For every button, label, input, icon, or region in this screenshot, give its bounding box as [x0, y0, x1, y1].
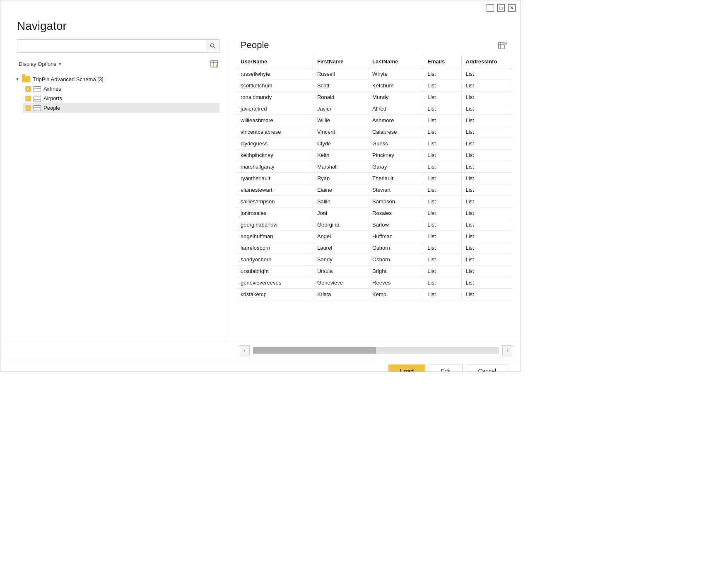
table-row[interactable]: laurelosbornLaurelOsbornListList — [236, 242, 512, 254]
table-row[interactable]: angelhuffmanAngelHuffmanListList — [236, 231, 512, 242]
table-row[interactable]: marshallgarayMarshallGarayListList — [236, 161, 512, 173]
scroll-left-button[interactable]: ‹ — [240, 345, 250, 355]
table-view-icon-button[interactable]: ↻ — [209, 58, 219, 69]
cell-lastname-4: Ashmore — [368, 115, 423, 126]
cell-lastname-10: Stewart — [368, 184, 423, 196]
table-row[interactable]: salliesampsonSallieSampsonListList — [236, 196, 512, 207]
cell-addressinfo-3: List — [461, 103, 512, 115]
cell-lastname-14: Huffman — [368, 231, 423, 242]
folder-icon — [22, 76, 30, 82]
cell-firstname-12: Joni — [313, 207, 368, 219]
cell-username-6: clydeguess — [236, 138, 313, 150]
minimize-button[interactable]: ─ — [487, 4, 494, 12]
cell-firstname-11: Sallie — [313, 196, 368, 207]
cell-username-15: laurelosborn — [236, 242, 313, 254]
cell-addressinfo-0: List — [461, 68, 512, 80]
table-row[interactable]: scottketchumScottKetchumListList — [236, 80, 512, 92]
col-header-emails: Emails — [423, 55, 461, 68]
cell-firstname-1: Scott — [313, 80, 368, 92]
cell-addressinfo-15: List — [461, 242, 512, 254]
close-button[interactable]: ✕ — [508, 4, 516, 12]
maximize-button[interactable]: □ — [497, 4, 505, 12]
cell-lastname-9: Theriault — [368, 173, 423, 184]
svg-point-0 — [210, 44, 214, 47]
table-row[interactable]: ursulabrightUrsulaBrightListList — [236, 265, 512, 277]
cell-lastname-8: Garay — [368, 161, 423, 173]
cell-addressinfo-6: List — [461, 138, 512, 150]
cell-emails-9: List — [423, 173, 461, 184]
cell-addressinfo-17: List — [461, 265, 512, 277]
table-header-row: UserName FirstName LastName Emails Addre… — [236, 55, 512, 68]
col-header-username: UserName — [236, 55, 313, 68]
table-row[interactable]: georginabarlowGeorginaBarlowListList — [236, 219, 512, 231]
search-input[interactable] — [17, 40, 206, 52]
table-row[interactable]: keithpinckneyKeithPinckneyListList — [236, 150, 512, 161]
tree-item-people[interactable]: ✓ People — [23, 103, 219, 113]
cell-addressinfo-16: List — [461, 254, 512, 265]
svg-line-1 — [214, 47, 215, 48]
cell-firstname-3: Javier — [313, 103, 368, 115]
cell-addressinfo-1: List — [461, 80, 512, 92]
table-row[interactable]: genevievereevesGenevieveReevesListList — [236, 277, 512, 289]
table-row[interactable]: russellwhyteRussellWhyteListList — [236, 68, 512, 80]
tree-item-people-label: People — [43, 105, 60, 111]
cell-firstname-2: Ronald — [313, 92, 368, 103]
cell-lastname-19: Kemp — [368, 289, 423, 300]
cell-addressinfo-14: List — [461, 231, 512, 242]
cell-lastname-6: Guess — [368, 138, 423, 150]
table-title: People — [241, 40, 269, 51]
edit-button[interactable]: Edit — [429, 364, 463, 372]
tree-item-airports[interactable]: ✓ Airports — [23, 94, 219, 103]
scrollbar-area: ‹ › — [0, 342, 521, 359]
table-row[interactable]: elainestewartElaineStewartListList — [236, 184, 512, 196]
cell-username-0: russellwhyte — [236, 68, 313, 80]
table-icon-people — [34, 105, 41, 111]
table-row[interactable]: ryantheriaultRyanTheriaultListList — [236, 173, 512, 184]
table-icon-top-button[interactable] — [497, 39, 508, 51]
cell-emails-11: List — [423, 196, 461, 207]
cell-lastname-11: Sampson — [368, 196, 423, 207]
load-button[interactable]: Load — [388, 364, 425, 372]
tree-root-item[interactable]: ▼ TripPin Advanced Schema [3] — [13, 74, 219, 84]
display-options-button[interactable]: Display Options ▼ — [17, 60, 64, 68]
table-row[interactable]: clydeguessClydeGuessListList — [236, 138, 512, 150]
checkbox-airports[interactable]: ✓ — [25, 96, 31, 101]
cancel-button[interactable]: Cancel — [466, 364, 508, 372]
cell-lastname-1: Ketchum — [368, 80, 423, 92]
scroll-right-button[interactable]: › — [502, 345, 512, 355]
cell-username-8: marshallgaray — [236, 161, 313, 173]
table-container: UserName FirstName LastName Emails Addre… — [236, 55, 512, 342]
cell-lastname-2: Mundy — [368, 92, 423, 103]
cell-username-19: kristakemp — [236, 289, 313, 300]
cell-firstname-8: Marshall — [313, 161, 368, 173]
cell-emails-6: List — [423, 138, 461, 150]
table-row[interactable]: kristakempKristaKempListList — [236, 289, 512, 300]
page-title: Navigator — [0, 15, 521, 39]
checkbox-people[interactable]: ✓ — [25, 105, 31, 111]
cell-addressinfo-19: List — [461, 289, 512, 300]
cell-firstname-7: Keith — [313, 150, 368, 161]
table-row[interactable]: ronaldmundyRonaldMundyListList — [236, 92, 512, 103]
search-button[interactable] — [206, 40, 219, 52]
table-row[interactable]: jonirosalesJoniRosalesListList — [236, 207, 512, 219]
cell-username-1: scottketchum — [236, 80, 313, 92]
chevron-down-icon: ▼ — [58, 62, 62, 66]
cell-addressinfo-2: List — [461, 92, 512, 103]
title-bar: ─ □ ✕ — [0, 0, 521, 15]
checkbox-airlines[interactable]: ✓ — [25, 86, 31, 92]
cell-emails-15: List — [423, 242, 461, 254]
svg-text:↻: ↻ — [217, 65, 218, 67]
cell-lastname-12: Rosales — [368, 207, 423, 219]
svg-rect-7 — [499, 42, 504, 49]
table-row[interactable]: willieashmoreWillieAshmoreListList — [236, 115, 512, 126]
cell-username-11: salliesampson — [236, 196, 313, 207]
expand-icon: ▼ — [15, 77, 19, 82]
tree-item-airlines[interactable]: ✓ Airlines — [23, 84, 219, 94]
table-row[interactable]: vincentcalabreseVincentCalabreseListList — [236, 126, 512, 138]
cell-username-17: ursulabright — [236, 265, 313, 277]
table-row[interactable]: sandyosbornSandyOsbornListList — [236, 254, 512, 265]
cell-username-3: javieralfred — [236, 103, 313, 115]
table-row[interactable]: javieralfredJavierAlfredListList — [236, 103, 512, 115]
scroll-track[interactable] — [253, 347, 499, 354]
cell-username-4: willieashmore — [236, 115, 313, 126]
